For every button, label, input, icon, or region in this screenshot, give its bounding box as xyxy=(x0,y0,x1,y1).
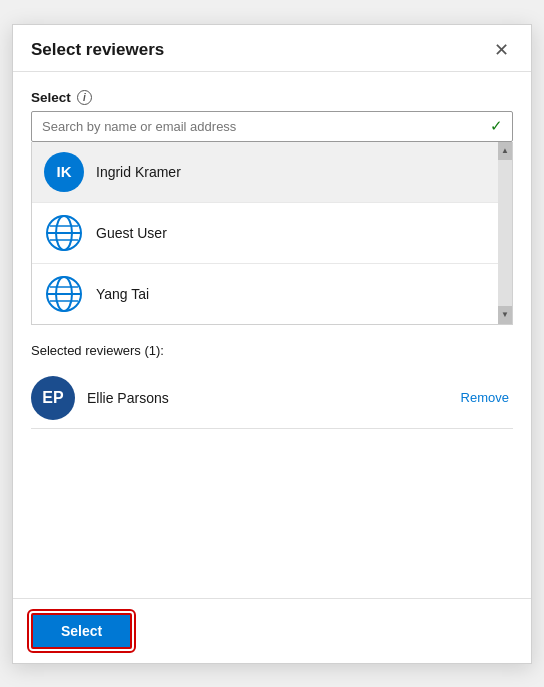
select-label-row: Select i xyxy=(31,90,513,105)
globe-icon-guest xyxy=(44,213,84,253)
dropdown-list: IK Ingrid Kramer Guest User xyxy=(31,142,513,325)
info-icon[interactable]: i xyxy=(77,90,92,105)
close-button[interactable]: ✕ xyxy=(490,39,513,61)
user-name-guest: Guest User xyxy=(96,225,167,241)
user-name-ellie: Ellie Parsons xyxy=(87,390,169,406)
user-name-ingrid: Ingrid Kramer xyxy=(96,164,181,180)
scrollbar-up-button[interactable]: ▲ xyxy=(498,142,512,160)
dialog-header: Select reviewers ✕ xyxy=(13,25,531,72)
select-reviewers-dialog: Select reviewers ✕ Select i ✓ IK Ingrid … xyxy=(12,24,532,664)
selected-header: Selected reviewers (1): xyxy=(31,343,513,358)
scrollbar-down-button[interactable]: ▼ xyxy=(498,306,512,324)
dropdown-wrapper: IK Ingrid Kramer Guest User xyxy=(31,142,513,325)
scrollbar-track: ▲ ▼ xyxy=(498,142,512,324)
avatar-ingrid: IK xyxy=(44,152,84,192)
selected-item-ellie: EP Ellie Parsons Remove xyxy=(31,368,513,429)
dropdown-item-guest[interactable]: Guest User xyxy=(32,203,512,264)
search-container: ✓ xyxy=(31,111,513,142)
dialog-title: Select reviewers xyxy=(31,40,164,60)
check-icon: ✓ xyxy=(490,117,503,135)
search-input[interactable] xyxy=(31,111,513,142)
selected-section: Selected reviewers (1): EP Ellie Parsons… xyxy=(31,343,513,439)
avatar-ellie: EP xyxy=(31,376,75,420)
scrollbar-thumb[interactable] xyxy=(498,160,512,306)
dialog-body: Select i ✓ IK Ingrid Kramer xyxy=(13,72,531,598)
select-button[interactable]: Select xyxy=(31,613,132,649)
globe-icon-yang xyxy=(44,274,84,314)
dialog-footer: Select xyxy=(13,598,531,663)
dropdown-item-ingrid[interactable]: IK Ingrid Kramer xyxy=(32,142,512,203)
dropdown-item-yang[interactable]: Yang Tai xyxy=(32,264,512,324)
select-label: Select xyxy=(31,90,71,105)
user-name-yang: Yang Tai xyxy=(96,286,149,302)
remove-ellie-button[interactable]: Remove xyxy=(457,388,513,407)
